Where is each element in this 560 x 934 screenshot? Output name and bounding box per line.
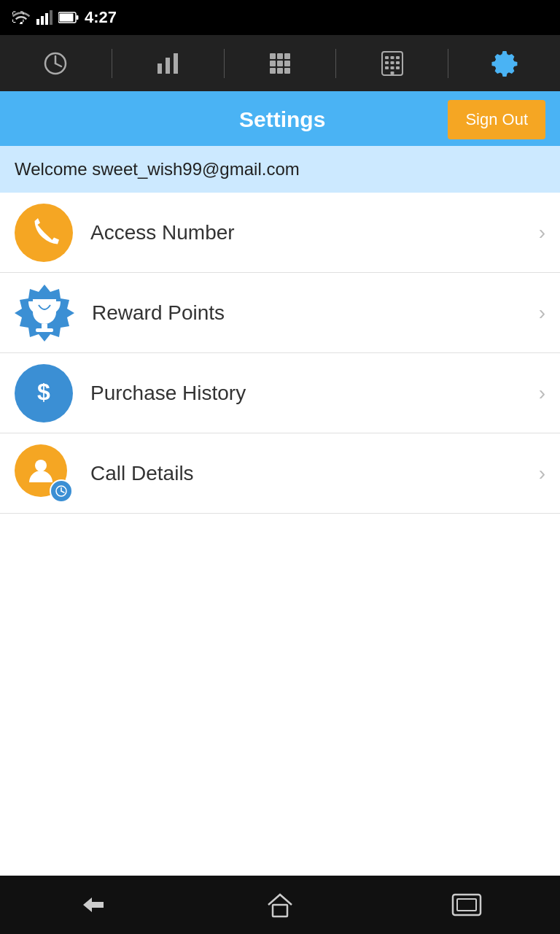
svg-rect-10 — [158, 63, 162, 74]
svg-rect-35 — [36, 328, 53, 332]
welcome-banner: Welcome sweet_wish99@gmail.com — [0, 146, 560, 193]
svg-rect-0 — [36, 19, 39, 25]
svg-rect-24 — [390, 56, 394, 59]
svg-rect-20 — [277, 68, 283, 74]
purchase-history-icon-wrap: $ — [15, 364, 73, 422]
svg-rect-26 — [385, 61, 389, 64]
svg-rect-11 — [166, 58, 170, 74]
recents-icon — [451, 893, 482, 916]
call-details-icon-wrap — [15, 444, 73, 503]
grid-icon — [267, 50, 293, 77]
status-right-icons: 4:27 — [12, 8, 117, 27]
svg-rect-16 — [270, 61, 276, 66]
svg-rect-12 — [174, 53, 178, 74]
bar-chart-icon — [155, 50, 181, 77]
reward-points-chevron: › — [539, 301, 545, 325]
svg-rect-32 — [390, 72, 394, 74]
svg-rect-25 — [396, 56, 400, 59]
access-number-chevron: › — [539, 221, 545, 244]
nav-item-dialpad[interactable] — [225, 35, 336, 91]
sign-out-button[interactable]: Sign Out — [448, 100, 545, 139]
svg-rect-17 — [277, 61, 283, 66]
back-button[interactable] — [0, 876, 187, 934]
svg-rect-21 — [284, 68, 290, 74]
clock-badge-icon — [55, 485, 68, 498]
svg-rect-28 — [396, 61, 400, 64]
menu-list: Access Number › Reward Points › — [0, 193, 560, 876]
home-icon — [266, 892, 294, 918]
home-button[interactable] — [187, 876, 373, 934]
reward-icon-wrap — [15, 283, 74, 343]
image-icon: ⛶ — [12, 10, 25, 26]
purchase-history-label: Purchase History — [90, 382, 539, 405]
person-icon — [26, 456, 55, 485]
access-number-label: Access Number — [90, 221, 539, 244]
page-title: Settings — [117, 107, 448, 132]
svg-rect-3 — [50, 10, 52, 25]
nav-item-settings[interactable] — [448, 35, 560, 91]
nav-item-phone[interactable] — [336, 35, 448, 91]
svg-rect-44 — [457, 899, 476, 911]
svg-rect-5 — [60, 14, 74, 22]
nav-item-history[interactable] — [0, 35, 112, 91]
back-icon — [76, 893, 111, 916]
svg-rect-29 — [385, 66, 389, 69]
call-details-chevron: › — [539, 462, 545, 485]
svg-rect-14 — [277, 53, 283, 59]
svg-rect-18 — [284, 61, 290, 66]
menu-item-call-details[interactable]: Call Details › — [0, 433, 560, 514]
menu-item-reward-points[interactable]: Reward Points › — [0, 273, 560, 353]
welcome-text: Welcome sweet_wish99@gmail.com — [15, 159, 300, 179]
menu-item-access-number[interactable]: Access Number › — [0, 193, 560, 273]
svg-rect-1 — [41, 16, 44, 25]
reward-points-label: Reward Points — [92, 301, 539, 325]
svg-rect-23 — [385, 56, 389, 59]
nav-item-stats[interactable] — [112, 35, 224, 91]
signal-icon — [36, 10, 52, 25]
clock-icon — [42, 50, 69, 77]
svg-rect-42 — [273, 905, 287, 916]
svg-text:$: $ — [37, 379, 50, 405]
phone-keypad-icon — [379, 50, 405, 77]
call-details-badge-circle — [50, 479, 73, 503]
recents-button[interactable] — [373, 876, 560, 934]
top-nav — [0, 35, 560, 93]
status-bar: ⛶ 4:27 — [0, 0, 560, 35]
svg-rect-2 — [45, 13, 48, 25]
call-details-label: Call Details — [90, 462, 539, 485]
svg-point-38 — [35, 460, 47, 471]
svg-rect-31 — [396, 66, 400, 69]
access-number-icon-wrap — [15, 204, 73, 262]
phone-icon — [28, 217, 59, 248]
svg-rect-27 — [390, 61, 394, 64]
svg-line-41 — [61, 491, 64, 493]
reward-badge-icon — [15, 283, 74, 343]
header: Settings Sign Out — [0, 93, 560, 146]
purchase-history-chevron: › — [539, 382, 545, 405]
svg-rect-13 — [270, 53, 276, 59]
svg-rect-15 — [284, 53, 290, 59]
svg-line-9 — [55, 63, 61, 66]
status-left-icons: ⛶ — [12, 10, 25, 26]
status-time: 4:27 — [85, 8, 117, 27]
svg-rect-19 — [270, 68, 276, 74]
battery-icon — [58, 11, 79, 24]
gear-icon — [491, 50, 518, 77]
menu-item-purchase-history[interactable]: $ Purchase History › — [0, 353, 560, 433]
bottom-nav — [0, 876, 560, 934]
dollar-icon: $ — [28, 377, 60, 409]
svg-rect-6 — [77, 15, 79, 20]
svg-rect-30 — [390, 66, 394, 69]
